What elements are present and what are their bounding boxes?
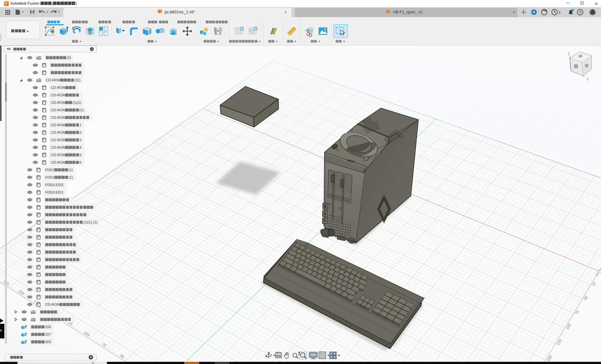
- svg-text:X: X: [586, 77, 589, 81]
- svg-text:HB-F1_open_ v2: HB-F1_open_ v2: [393, 10, 423, 14]
- svg-text:?: ?: [579, 10, 581, 15]
- svg-text:Z: Z: [568, 52, 570, 56]
- svg-text:1: 1: [559, 10, 561, 15]
- svg-text:×: ×: [513, 10, 515, 15]
- svg-text:×: ×: [284, 10, 287, 15]
- svg-text:pc-8801mc_1 v5*: pc-8801mc_1 v5*: [165, 10, 195, 14]
